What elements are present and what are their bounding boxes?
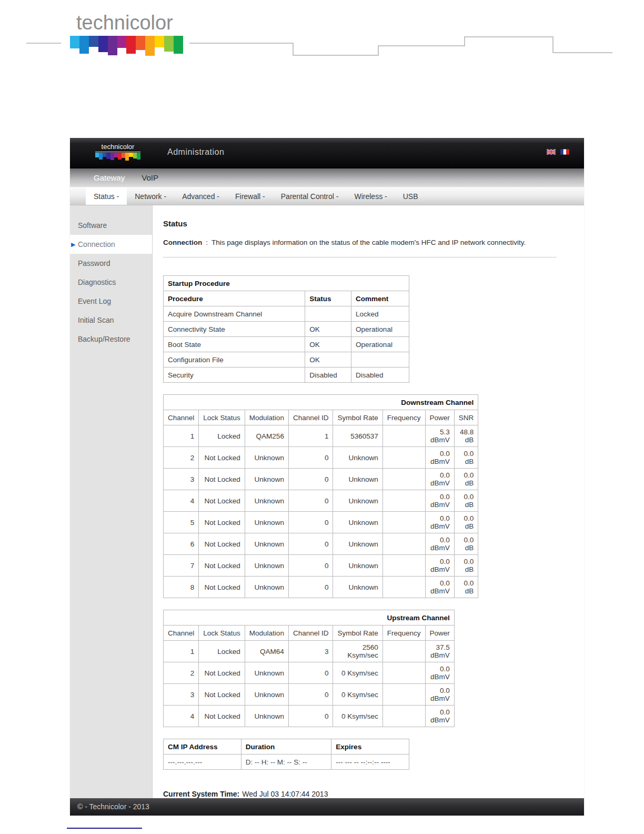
table-cell: Unknown (333, 490, 383, 512)
table-cell: 1 (164, 641, 199, 662)
context-tab-bar: Gateway VoIP (70, 168, 584, 187)
table-cell: 0 (288, 706, 333, 727)
table-cell: 2560 Ksym/sec (333, 641, 383, 662)
table-header-row: ChannelLock StatusModulationChannel IDSy… (164, 626, 455, 641)
upstream-channel-table: Upstream ChannelChannelLock StatusModula… (163, 610, 455, 727)
table-cell: 0 Ksym/sec (333, 662, 383, 684)
table-cell: 2 (164, 447, 199, 469)
sidebar-item-backup-restore[interactable]: Backup/Restore (70, 330, 152, 349)
table-cell: 0.0 dBmV (425, 662, 454, 684)
table-cell: Unknown (245, 512, 288, 533)
table-row: 3Not LockedUnknown00 Ksym/sec0.0 dBmV (164, 684, 455, 706)
table-cell: Connectivity State (164, 322, 305, 337)
table-row: Configuration FileOK (164, 352, 409, 368)
column-header: Procedure (164, 291, 305, 306)
rainbow-segment (136, 36, 145, 50)
menu-item-firewall[interactable]: Firewall - (227, 187, 273, 205)
table-row: SecurityDisabledDisabled (164, 368, 409, 383)
tab-voip[interactable]: VoIP (142, 173, 158, 182)
table-cell: 0 Ksym/sec (333, 684, 383, 706)
table-cell: 1 (164, 425, 199, 447)
table-cell: 0 (288, 662, 333, 684)
table-cell: Not Locked (199, 706, 245, 727)
table-row: Acquire Downstream ChannelLocked (164, 306, 409, 322)
table-cell: 0.0 dBmV (425, 533, 454, 555)
header-technicolor-wordmark: technicolor (95, 143, 140, 152)
app-header: technicolor Administration (70, 138, 584, 168)
tab-gateway[interactable]: Gateway (94, 173, 125, 182)
table-cell: 0 (288, 447, 333, 469)
table-cell: 0 (288, 533, 333, 555)
sidebar-item-software[interactable]: Software (70, 216, 152, 235)
table-cell: 0.0 dB (454, 469, 478, 490)
table-cell: Not Locked (199, 577, 245, 598)
column-header: Channel ID (288, 410, 333, 425)
menu-item-network[interactable]: Network - (127, 187, 174, 205)
table-row: 4Not LockedUnknown00 Ksym/sec0.0 dBmV (164, 706, 455, 727)
menu-item-usb[interactable]: USB (395, 187, 426, 205)
table-cell: 0 (288, 684, 333, 706)
table-cell: Unknown (333, 533, 383, 555)
table-header-row: CM IP AddressDurationExpires (164, 739, 409, 754)
column-header: Channel (164, 410, 199, 425)
table-cell: Unknown (245, 684, 288, 706)
france-flag-icon[interactable] (560, 149, 569, 155)
table-cell: Unknown (245, 447, 288, 469)
table-cell: Not Locked (199, 469, 245, 490)
technicolor-logo: technicolor (70, 13, 183, 57)
header-technicolor-logo: technicolor (95, 143, 140, 161)
downstream-channel-table: Downstream ChannelChannelLock StatusModu… (163, 394, 478, 598)
system-time-label: Current System Time: (163, 790, 239, 798)
table-cell: 0.0 dBmV (425, 577, 454, 598)
menu-item-advanced[interactable]: Advanced - (174, 187, 227, 205)
rainbow-segment (70, 36, 79, 48)
rainbow-segment (98, 36, 108, 52)
table-cell (383, 512, 425, 533)
table-cell (305, 306, 351, 322)
rainbow-segment (118, 153, 122, 160)
sidebar-item-event-log[interactable]: Event Log (70, 292, 152, 311)
table-cell: 3 (164, 469, 199, 490)
column-header: Lock Status (199, 410, 245, 425)
main-menu-bar: Status - Network - Advanced - Firewall -… (70, 187, 584, 205)
table-row: 7Not LockedUnknown0Unknown0.0 dBmV0.0 dB (164, 555, 478, 577)
table-cell: Unknown (333, 469, 383, 490)
sidebar-item-connection[interactable]: ▶ Connection (70, 235, 152, 254)
column-header: Power (425, 626, 454, 641)
sidebar-item-diagnostics[interactable]: Diagnostics (70, 273, 152, 292)
menu-item-wireless[interactable]: Wireless - (346, 187, 395, 205)
table-cell (383, 662, 425, 684)
app-footer: © - Technicolor - 2013 (70, 798, 584, 816)
menu-item-status[interactable]: Status - (86, 187, 127, 205)
bottom-decoration-line (67, 828, 142, 829)
rainbow-segment (129, 153, 133, 157)
table-row: 3Not LockedUnknown0Unknown0.0 dBmV0.0 dB (164, 469, 478, 490)
sidebar-item-label: Connection (78, 240, 115, 249)
rainbow-segment (174, 36, 183, 54)
table-cell: 0 (288, 555, 333, 577)
table-cell: Unknown (333, 512, 383, 533)
rainbow-segment (95, 153, 99, 157)
table-cell: Unknown (333, 577, 383, 598)
rainbow-segment (117, 36, 127, 48)
table-cell (351, 352, 409, 368)
sidebar-item-password[interactable]: Password (70, 254, 152, 273)
startup-procedure-table: Startup ProcedureProcedureStatusCommentA… (163, 275, 409, 383)
table-cell (383, 533, 425, 555)
table-row: 2Not LockedUnknown00 Ksym/sec0.0 dBmV (164, 662, 455, 684)
table-title-row: Upstream Channel (164, 610, 455, 626)
menu-item-parental-control[interactable]: Parental Control - (273, 187, 347, 205)
table-cell: Locked (351, 306, 409, 322)
column-header: Comment (351, 291, 409, 306)
uk-flag-icon[interactable] (547, 149, 556, 155)
table-cell (383, 555, 425, 577)
sidebar-item-initial-scan[interactable]: Initial Scan (70, 311, 152, 330)
rainbow-segment (108, 36, 117, 55)
table-row: 1LockedQAM256153605375.3 dBmV48.8 dB (164, 425, 478, 447)
table-cell (383, 706, 425, 727)
rainbow-segment (114, 153, 118, 157)
table-cell: 0.0 dBmV (425, 469, 454, 490)
rainbow-segment (110, 153, 114, 160)
table-cell: Not Locked (199, 555, 245, 577)
table-row: ---.---.---.---D: -- H: -- M: -- S: ----… (164, 754, 409, 770)
